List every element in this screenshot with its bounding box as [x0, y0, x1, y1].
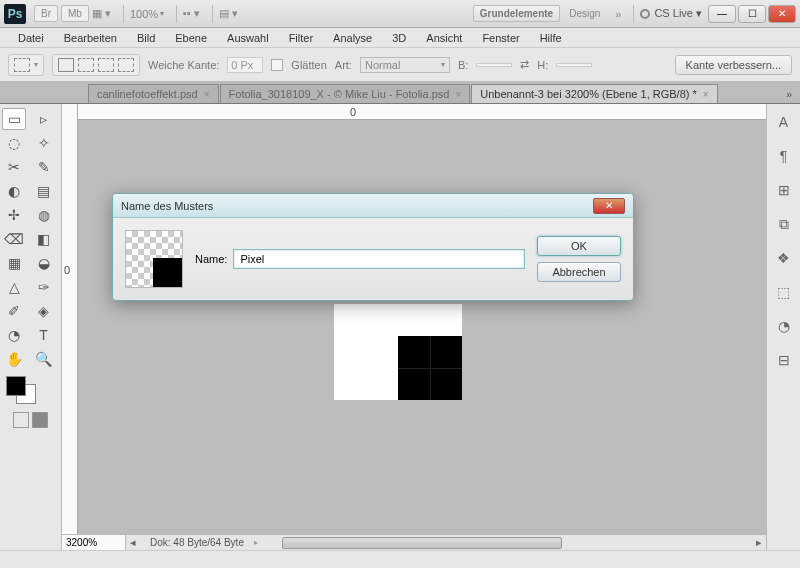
maximize-button[interactable]: ☐ — [738, 5, 766, 23]
color-panel-icon[interactable]: ◔ — [773, 316, 795, 336]
navigator-panel-icon[interactable]: ⊞ — [773, 180, 795, 200]
refine-edge-button[interactable]: Kante verbessern... — [675, 55, 792, 75]
move-tool[interactable]: ▹ — [32, 108, 56, 130]
document-tab[interactable]: canlinefotoeffekt.psd× — [88, 84, 219, 103]
height-input[interactable] — [556, 63, 592, 67]
height-label: H: — [537, 59, 548, 71]
separator — [123, 5, 124, 23]
width-input[interactable] — [476, 63, 512, 67]
gradient-tool[interactable]: ◧ — [32, 228, 56, 250]
standard-mode[interactable] — [13, 412, 29, 428]
document-tab-active[interactable]: Unbenannt-3 bei 3200% (Ebene 1, RGB/8) *… — [471, 84, 717, 103]
swap-icon[interactable]: ⇄ — [520, 58, 529, 71]
foreground-swatch[interactable] — [6, 376, 26, 396]
cancel-button[interactable]: Abbrechen — [537, 262, 621, 282]
minibridge-button[interactable]: Mb — [61, 5, 89, 22]
quickmask-mode[interactable] — [32, 412, 48, 428]
zoom-dropdown[interactable]: 100%▾ — [130, 8, 164, 20]
width-label: B: — [458, 59, 468, 71]
marquee-tool[interactable]: ▭ — [2, 108, 26, 130]
menu-hilfe[interactable]: Hilfe — [530, 30, 572, 46]
minimize-button[interactable]: — — [708, 5, 736, 23]
ok-button[interactable]: OK — [537, 236, 621, 256]
character-panel-icon[interactable]: A — [773, 112, 795, 132]
tab-close-icon[interactable]: × — [455, 89, 461, 100]
scroll-thumb[interactable] — [282, 537, 562, 549]
crop-tool[interactable]: ✂ — [2, 156, 26, 178]
tab-close-icon[interactable]: × — [204, 89, 210, 100]
magic-wand-tool[interactable]: ✧ — [32, 132, 56, 154]
eraser-tool[interactable]: ⌫ — [2, 228, 26, 250]
antialias-checkbox[interactable] — [271, 59, 283, 71]
scroll-right-icon[interactable]: ▸ — [752, 536, 766, 549]
layout-dropdown[interactable]: ▪▪ ▾ — [183, 7, 200, 20]
tab-close-icon[interactable]: × — [703, 89, 709, 100]
paragraph-panel-icon[interactable]: ¶ — [773, 146, 795, 166]
workspace-design[interactable]: Design — [563, 6, 606, 21]
color-swatches[interactable] — [2, 376, 59, 408]
styles-panel-icon[interactable]: ⬚ — [773, 282, 795, 302]
separator — [176, 5, 177, 23]
antialias-label: Glätten — [291, 59, 326, 71]
active-tool-preset[interactable]: ▾ — [8, 54, 44, 76]
lasso-tool[interactable]: ◌ — [2, 132, 26, 154]
selection-add-icon[interactable] — [78, 58, 94, 72]
brush-tool[interactable]: ▤ — [32, 180, 56, 202]
eyedropper-tool[interactable]: ✎ — [32, 156, 56, 178]
workspace-grundelemente[interactable]: Grundelemente — [473, 5, 560, 22]
workspace-more[interactable]: » — [609, 8, 627, 20]
selection-subtract-icon[interactable] — [98, 58, 114, 72]
bridge-button[interactable]: Br — [34, 5, 58, 22]
cs-live-dropdown[interactable]: CS Live ▾ — [640, 7, 702, 20]
zoom-field[interactable]: 3200% — [62, 534, 126, 550]
hand-tool[interactable]: ✋ — [2, 348, 26, 370]
screen-mode-dropdown[interactable]: ▤ ▾ — [219, 7, 238, 20]
layers-panel-icon[interactable]: ⧉ — [773, 214, 795, 234]
menu-bearbeiten[interactable]: Bearbeiten — [54, 30, 127, 46]
menu-ebene[interactable]: Ebene — [165, 30, 217, 46]
main-area: ▭ ▹ ◌ ✧ ✂ ✎ ◐ ▤ ✢ ◍ ⌫ ◧ ▦ ◒ △ ✑ ✐ ◈ ◔ T … — [0, 104, 800, 550]
menu-filter[interactable]: Filter — [279, 30, 323, 46]
stamp-tool[interactable]: ✢ — [2, 204, 26, 226]
view-mode-dropdown[interactable]: ▦ ▾ — [92, 7, 111, 20]
horizontal-scrollbar[interactable]: ◂ Dok: 48 Byte/64 Byte ▸ ▸ — [126, 534, 766, 550]
vertical-ruler: 0 — [62, 104, 78, 550]
close-button[interactable]: ✕ — [768, 5, 796, 23]
dodge-tool[interactable]: ◒ — [32, 252, 56, 274]
menu-auswahl[interactable]: Auswahl — [217, 30, 279, 46]
dialog-close-button[interactable]: ✕ — [593, 198, 625, 214]
dialog-titlebar[interactable]: Name des Musters ✕ — [113, 194, 633, 218]
document-canvas[interactable] — [334, 304, 462, 400]
tools-panel: ▭ ▹ ◌ ✧ ✂ ✎ ◐ ▤ ✢ ◍ ⌫ ◧ ▦ ◒ △ ✑ ✐ ◈ ◔ T … — [0, 104, 62, 550]
menu-fenster[interactable]: Fenster — [472, 30, 529, 46]
menu-analyse[interactable]: Analyse — [323, 30, 382, 46]
shape-tool[interactable]: ◈ — [32, 300, 56, 322]
tabs-overflow[interactable]: » — [778, 85, 800, 103]
menu-bild[interactable]: Bild — [127, 30, 165, 46]
document-tab[interactable]: Fotolia_3018109_X - © Mike Liu - Fotolia… — [220, 84, 471, 103]
feather-input[interactable]: 0 Px — [227, 57, 263, 73]
menu-3d[interactable]: 3D — [382, 30, 416, 46]
menu-datei[interactable]: Datei — [8, 30, 54, 46]
separator — [633, 5, 634, 23]
3d-tool[interactable]: ◔ — [2, 324, 26, 346]
scroll-left-icon[interactable]: ◂ — [126, 536, 140, 549]
selection-mode-group — [52, 54, 140, 76]
name-label: Name: — [195, 253, 227, 265]
swatches-panel-icon[interactable]: ❖ — [773, 248, 795, 268]
pen-tool[interactable]: △ — [2, 276, 26, 298]
selection-intersect-icon[interactable] — [118, 58, 134, 72]
zoom-tool[interactable]: 🔍 — [32, 348, 56, 370]
3d-camera-tool[interactable]: T — [32, 324, 56, 346]
style-select[interactable]: Normal▾ — [360, 57, 450, 73]
blur-tool[interactable]: ▦ — [2, 252, 26, 274]
adjustments-panel-icon[interactable]: ⊟ — [773, 350, 795, 370]
selection-new-icon[interactable] — [58, 58, 74, 72]
ps-logo: Ps — [4, 4, 26, 24]
menu-ansicht[interactable]: Ansicht — [416, 30, 472, 46]
name-input[interactable] — [233, 249, 525, 269]
path-select-tool[interactable]: ✐ — [2, 300, 26, 322]
type-tool[interactable]: ✑ — [32, 276, 56, 298]
history-brush-tool[interactable]: ◍ — [32, 204, 56, 226]
heal-tool[interactable]: ◐ — [2, 180, 26, 202]
